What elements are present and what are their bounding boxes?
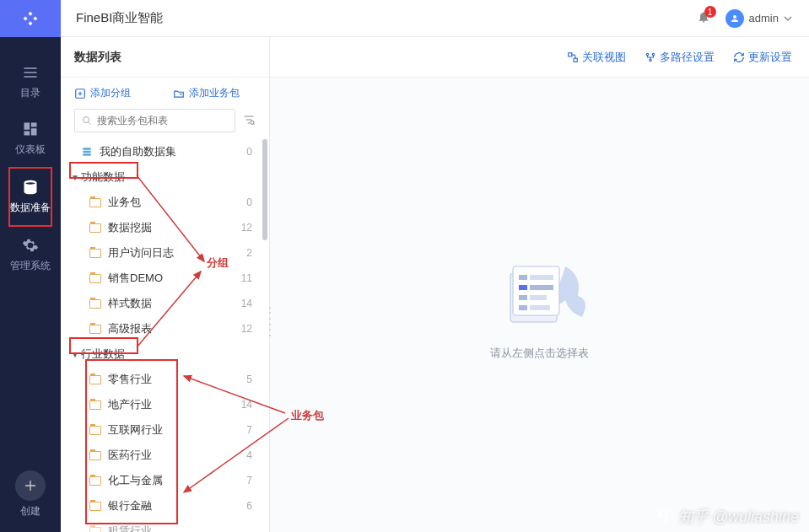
nav-admin[interactable]: 管理系统 [8, 227, 52, 283]
folder-icon [89, 527, 103, 533]
svg-rect-11 [530, 275, 553, 280]
tree-item[interactable]: 银行金融6 [61, 493, 269, 519]
svg-rect-14 [519, 295, 527, 300]
create-button[interactable] [15, 470, 46, 501]
tree-item[interactable]: 互联网行业7 [61, 417, 269, 443]
username: admin [749, 12, 779, 24]
add-group-button[interactable]: 添加分组 [74, 86, 131, 100]
filter-icon[interactable] [242, 113, 256, 129]
main-area: 关联视图 多路径设置 更新设置 [270, 37, 809, 532]
svg-point-1 [84, 117, 89, 123]
folder-icon [89, 375, 103, 384]
folder-icon [89, 325, 103, 334]
svg-rect-15 [530, 295, 547, 300]
search-input[interactable] [74, 109, 235, 132]
tree-item[interactable]: 销售DEMO11 [61, 266, 269, 291]
empty-text: 请从左侧点击选择表 [490, 346, 589, 361]
logo[interactable] [0, 0, 61, 37]
folder-icon [89, 400, 103, 410]
tree-item[interactable]: 零售行业5 [61, 367, 269, 392]
tree-item[interactable]: 租赁行业 [61, 519, 269, 532]
drag-handle[interactable] [267, 305, 272, 339]
tree-group-function[interactable]: ▼ 功能数据 [61, 164, 269, 190]
svg-rect-12 [519, 285, 527, 290]
update-settings-button[interactable]: 更新设置 [733, 50, 792, 65]
folder-icon [89, 451, 103, 460]
folder-icon [89, 274, 103, 283]
dataset-icon [81, 146, 94, 158]
create-label: 创建 [20, 504, 40, 519]
avatar-icon [725, 9, 744, 28]
tree-item[interactable]: 数据挖掘12 [61, 215, 269, 240]
topbar: FineBI商业智能 1 admin [0, 0, 809, 37]
folder-icon [89, 198, 103, 207]
svg-point-7 [650, 59, 651, 61]
svg-point-6 [652, 53, 654, 55]
tree-item[interactable]: 用户访问日志2 [61, 240, 269, 266]
folder-icon [89, 249, 103, 258]
tree-item[interactable]: 化工与金属7 [61, 468, 269, 493]
annotation-label-package: 业务包 [291, 408, 324, 423]
tree-item[interactable]: 地产行业14 [61, 392, 269, 417]
tree-item[interactable]: 样式数据14 [61, 291, 269, 316]
search-icon [82, 116, 92, 126]
empty-illustration [489, 250, 591, 334]
sidenav: 目录 仪表板 数据准备 管理系统 创建 [0, 37, 61, 532]
relation-view-button[interactable]: 关联视图 [567, 50, 626, 65]
panel-title: 数据列表 [74, 50, 121, 65]
tree-group-industry[interactable]: ▼ 行业数据 [61, 341, 269, 367]
empty-state: 请从左侧点击选择表 [270, 78, 809, 532]
tree-item[interactable]: 医药行业4 [61, 443, 269, 468]
tree-self-dataset[interactable]: 我的自助数据集 0 [61, 139, 269, 164]
folder-icon [89, 223, 103, 233]
data-tree: 我的自助数据集 0 ▼ 功能数据 业务包0 数据挖掘12 用户访问日志2 销售D… [61, 139, 269, 532]
svg-rect-3 [569, 52, 572, 56]
tree-item[interactable]: 业务包0 [61, 190, 269, 215]
svg-rect-16 [519, 305, 527, 310]
svg-rect-10 [519, 275, 527, 280]
annotation-label-group: 分组 [207, 255, 229, 271]
folder-icon [89, 299, 103, 309]
folder-icon [89, 426, 103, 435]
app-title: FineBI商业智能 [61, 10, 697, 26]
notification-badge: 1 [704, 6, 716, 18]
user-menu[interactable]: admin [725, 9, 792, 28]
nav-dashboard[interactable]: 仪表板 [8, 110, 52, 167]
svg-rect-13 [530, 285, 553, 290]
nav-data-prep[interactable]: 数据准备 [8, 167, 52, 227]
svg-point-5 [646, 53, 648, 55]
nav-directory[interactable]: 目录 [8, 54, 52, 110]
svg-rect-17 [530, 305, 550, 310]
svg-rect-4 [574, 58, 577, 62]
watermark: 知乎 @wuliashine [655, 507, 799, 527]
data-list-panel: 数据列表 添加分组 添加业务包 我的自助 [61, 37, 270, 532]
notification-bell[interactable]: 1 [697, 10, 710, 26]
chevron-down-icon [784, 14, 792, 23]
tree-item[interactable]: 高级报表12 [61, 316, 269, 341]
multipath-button[interactable]: 多路径设置 [645, 50, 715, 65]
folder-icon [89, 502, 103, 511]
folder-icon [89, 476, 103, 486]
add-package-button[interactable]: 添加业务包 [173, 86, 240, 100]
